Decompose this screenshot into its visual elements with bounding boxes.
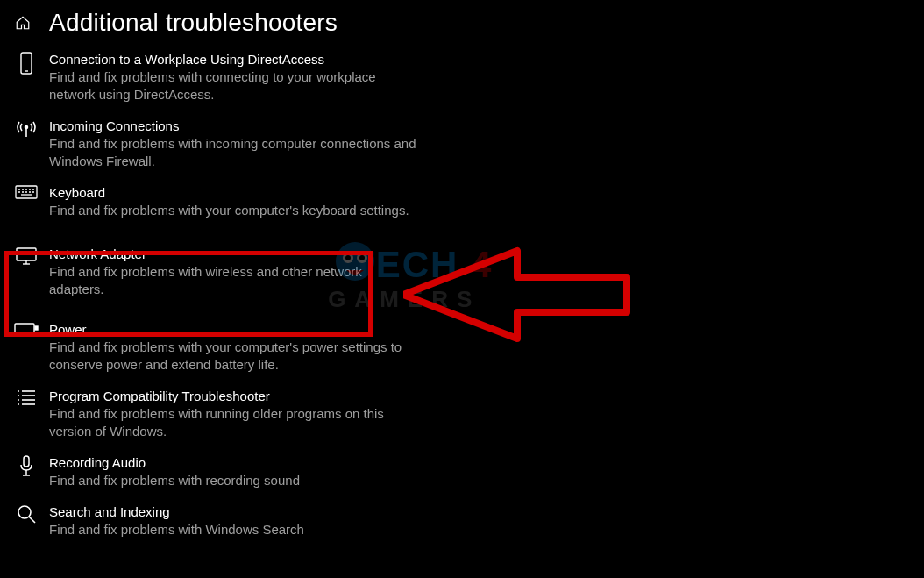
svg-line-33 — [29, 517, 35, 523]
item-desc: Find and fix problems with connecting to… — [49, 68, 417, 103]
home-icon — [15, 15, 31, 31]
item-title: Keyboard — [49, 184, 417, 202]
troubleshooter-network-adapter[interactable]: Network Adapter Find and fix problems wi… — [14, 225, 417, 312]
monitor-icon — [15, 246, 38, 266]
battery-icon — [14, 322, 39, 334]
annotation-arrow — [403, 242, 631, 347]
item-desc: Find and fix problems with Windows Searc… — [49, 521, 417, 539]
search-icon — [17, 504, 36, 524]
item-title: Power — [49, 321, 417, 339]
item-desc: Find and fix problems with wireless and … — [49, 263, 417, 298]
watermark-text-2: 4 — [471, 244, 493, 285]
svg-point-32 — [18, 506, 31, 518]
microphone-icon — [18, 455, 35, 478]
troubleshooter-recording-audio[interactable]: Recording Audio Find and fix problems wi… — [14, 446, 417, 495]
troubleshooter-power[interactable]: Power Find and fix problems with your co… — [14, 312, 417, 379]
troubleshooter-incoming-connections[interactable]: Incoming Connections Find and fix proble… — [14, 109, 417, 175]
item-title: Network Adapter — [49, 246, 417, 263]
page-title: Additional troubleshooters — [49, 9, 338, 37]
item-desc: Find and fix problems with recording sou… — [49, 472, 417, 489]
svg-rect-16 — [17, 248, 36, 260]
antenna-icon — [15, 118, 38, 138]
svg-rect-19 — [15, 324, 34, 332]
item-desc: Find and fix problems with running older… — [49, 405, 417, 440]
item-desc: Find and fix problems with your computer… — [49, 202, 417, 219]
item-title: Connection to a Workplace Using DirectAc… — [49, 51, 417, 68]
svg-marker-39 — [403, 251, 627, 339]
item-title: Search and Indexing — [49, 503, 417, 521]
item-title: Recording Audio — [49, 454, 417, 472]
troubleshooter-list: Connection to a Workplace Using DirectAc… — [0, 42, 431, 544]
item-title: Incoming Connections — [49, 118, 417, 135]
page-header: Additional troubleshooters — [0, 0, 924, 42]
keyboard-icon — [15, 185, 38, 199]
phone-icon — [18, 52, 34, 75]
item-desc: Find and fix problems with your computer… — [49, 339, 417, 374]
troubleshooter-program-compatibility[interactable]: Program Compatibility Troubleshooter Fin… — [14, 379, 417, 446]
home-button[interactable] — [12, 12, 33, 33]
troubleshooter-search-indexing[interactable]: Search and Indexing Find and fix problem… — [14, 495, 417, 544]
svg-rect-20 — [35, 326, 38, 330]
item-desc: Find and fix problems with incoming comp… — [49, 135, 417, 170]
troubleshooter-directaccess[interactable]: Connection to a Workplace Using DirectAc… — [14, 42, 417, 109]
item-title: Program Compatibility Troubleshooter — [49, 388, 417, 405]
troubleshooter-keyboard[interactable]: Keyboard Find and fix problems with your… — [14, 175, 417, 225]
list-icon — [17, 389, 36, 406]
svg-rect-29 — [24, 456, 29, 467]
